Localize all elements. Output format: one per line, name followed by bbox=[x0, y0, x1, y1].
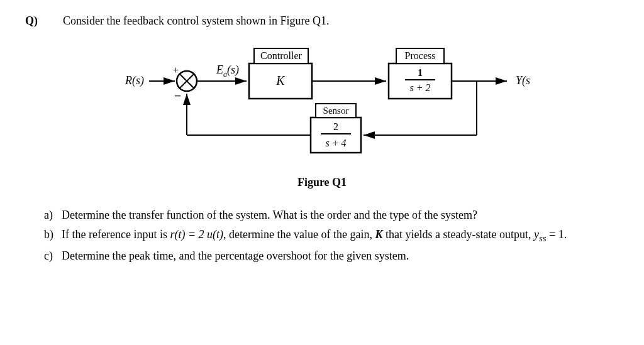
sub-b-text: If the reference input is r(t) = 2 u(t),… bbox=[62, 226, 619, 245]
b-eq2-sub: ss bbox=[539, 233, 547, 243]
process-numer: 1 bbox=[418, 67, 423, 78]
question-prompt: Consider the feedback control system sho… bbox=[63, 13, 619, 30]
sub-c-text: Determine the peak time, and the percent… bbox=[62, 248, 619, 265]
input-label-base: R bbox=[125, 74, 132, 87]
b-eq2-rhs: = 1. bbox=[547, 228, 567, 241]
summing-minus: – bbox=[174, 89, 181, 101]
b-text-1: If the reference input is bbox=[62, 228, 170, 241]
controller-tf: K bbox=[275, 74, 286, 87]
question-header: Q) Consider the feedback control system … bbox=[25, 13, 619, 30]
control-system-svg: R (s) + – E a (s) Controller K Process 1… bbox=[114, 42, 530, 162]
sub-questions: a) Determine the transfer function of th… bbox=[25, 207, 619, 265]
process-title: Process bbox=[405, 50, 436, 61]
b-text-3: that yields a steady-state output, bbox=[383, 228, 534, 241]
b-text-2: , determine the value of the gain, bbox=[223, 228, 375, 241]
sub-q-c: c) Determine the peak time, and the perc… bbox=[44, 248, 619, 265]
output-arg: (s) bbox=[522, 74, 530, 87]
sensor-title: Sensor bbox=[323, 106, 349, 116]
sub-q-b: b) If the reference input is r(t) = 2 u(… bbox=[44, 226, 619, 245]
error-base: E bbox=[216, 63, 223, 76]
b-eq1: r(t) = 2 u(t) bbox=[170, 228, 223, 241]
sub-a-text: Determine the transfer function of the s… bbox=[62, 207, 619, 224]
sensor-denom: s + 4 bbox=[325, 138, 346, 148]
figure-caption: Figure Q1 bbox=[25, 174, 619, 191]
b-eq2-lhs: y bbox=[534, 228, 539, 241]
sub-c-label: c) bbox=[44, 248, 62, 265]
b-gain: K bbox=[375, 228, 382, 241]
summing-plus: + bbox=[173, 65, 179, 75]
sensor-numer: 2 bbox=[333, 121, 338, 132]
sub-q-a: a) Determine the transfer function of th… bbox=[44, 207, 619, 224]
error-arg: (s) bbox=[227, 63, 239, 77]
input-label-arg: (s) bbox=[132, 74, 144, 87]
sub-a-label: a) bbox=[44, 207, 62, 224]
sub-b-label: b) bbox=[44, 226, 62, 245]
question-label: Q) bbox=[25, 13, 63, 30]
controller-title: Controller bbox=[260, 50, 302, 61]
block-diagram: R (s) + – E a (s) Controller K Process 1… bbox=[25, 42, 619, 162]
process-denom: s + 2 bbox=[409, 82, 430, 93]
